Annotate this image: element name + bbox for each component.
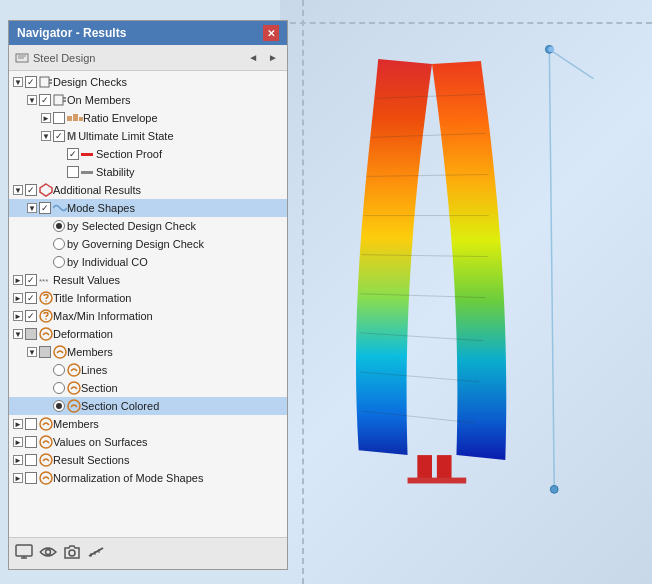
expand-members-top[interactable]: ►	[13, 419, 23, 429]
expand-result-values[interactable]: ►	[13, 275, 23, 285]
tree-item-result-values[interactable]: ► *** Result Values	[9, 271, 287, 289]
toolbar-label: Steel Design	[33, 52, 241, 64]
eye-icon[interactable]	[39, 543, 57, 564]
tree-item-members-top[interactable]: ► Members	[9, 415, 287, 433]
label-section-colored: Section Colored	[81, 400, 159, 412]
checkbox-section-proof[interactable]	[67, 148, 79, 160]
tree-item-ratio-envelope[interactable]: ► Ratio Envelope	[9, 109, 287, 127]
checkbox-on-members[interactable]	[39, 94, 51, 106]
section-colored-icon	[67, 399, 81, 413]
expand-values-on-surfaces[interactable]: ►	[13, 437, 23, 447]
tree-item-lines[interactable]: Lines	[9, 361, 287, 379]
checkbox-ratio-envelope[interactable]	[53, 112, 65, 124]
navigator-title: Navigator - Results	[17, 26, 126, 40]
label-on-members: On Members	[67, 94, 131, 106]
checkbox-ultimate-limit[interactable]	[53, 130, 65, 142]
expand-result-sections[interactable]: ►	[13, 455, 23, 465]
tree-item-result-sections[interactable]: ► Result Sections	[9, 451, 287, 469]
ruler-icon[interactable]	[87, 543, 105, 564]
tree-item-stability[interactable]: Stability	[9, 163, 287, 181]
tree-item-section-colored[interactable]: Section Colored	[9, 397, 287, 415]
tree-item-normalization[interactable]: ► Normalization of Mode Shapes	[9, 469, 287, 487]
checkbox-result-values[interactable]	[25, 274, 37, 286]
tree-item-by-selected[interactable]: by Selected Design Check	[9, 217, 287, 235]
navigator-toolbar: Steel Design ◄ ►	[9, 45, 287, 71]
tree-item-design-checks[interactable]: ▼ Design Checks	[9, 73, 287, 91]
expand-def-members[interactable]: ▼	[27, 347, 37, 357]
expand-normalization[interactable]: ►	[13, 473, 23, 483]
tree-item-values-on-surfaces[interactable]: ► Values on Surfaces	[9, 433, 287, 451]
checkbox-maxmin-info[interactable]	[25, 310, 37, 322]
tree-item-title-info[interactable]: ► Title Information	[9, 289, 287, 307]
radio-section-colored[interactable]	[53, 400, 65, 412]
expand-maxmin-info[interactable]: ►	[13, 311, 23, 321]
expand-on-members[interactable]: ▼	[27, 95, 37, 105]
label-by-individual: by Individual CO	[67, 256, 148, 268]
display-icon[interactable]	[15, 543, 33, 564]
tree-item-section[interactable]: Section	[9, 379, 287, 397]
toolbar-next[interactable]: ►	[265, 51, 281, 64]
checkbox-deformation[interactable]	[25, 328, 37, 340]
tree-item-by-governing[interactable]: by Governing Design Check	[9, 235, 287, 253]
svg-rect-15	[408, 478, 467, 484]
expand-mode-shapes[interactable]: ▼	[27, 203, 37, 213]
label-by-governing: by Governing Design Check	[67, 238, 204, 250]
checkbox-title-info[interactable]	[25, 292, 37, 304]
expand-ratio-envelope[interactable]: ►	[41, 113, 51, 123]
checkbox-values-on-surfaces[interactable]	[25, 436, 37, 448]
checkbox-design-checks[interactable]	[25, 76, 37, 88]
radio-by-selected[interactable]	[53, 220, 65, 232]
label-section-proof: Section Proof	[96, 148, 162, 160]
tree-item-maxmin-info[interactable]: ► Max/Min Information	[9, 307, 287, 325]
svg-point-40	[40, 418, 52, 430]
expand-ultimate-limit[interactable]: ▼	[41, 131, 51, 141]
camera-icon[interactable]	[63, 543, 81, 564]
expand-design-checks[interactable]: ▼	[13, 77, 23, 87]
checkbox-mode-shapes[interactable]	[39, 202, 51, 214]
beam-visualization	[300, 20, 652, 568]
svg-point-48	[69, 550, 75, 556]
expand-deformation[interactable]: ▼	[13, 329, 23, 339]
section-icon	[67, 381, 81, 395]
result-values-icon: ***	[39, 275, 53, 285]
checkbox-result-sections[interactable]	[25, 454, 37, 466]
uls-icon: M	[67, 130, 76, 142]
label-lines: Lines	[81, 364, 107, 376]
svg-rect-13	[417, 455, 432, 479]
svg-point-34	[45, 318, 47, 320]
checkbox-normalization[interactable]	[25, 472, 37, 484]
svg-point-16	[548, 46, 554, 52]
radio-by-governing[interactable]	[53, 238, 65, 250]
tree-item-additional-results[interactable]: ▼ Additional Results	[9, 181, 287, 199]
checkbox-stability[interactable]	[67, 166, 79, 178]
toolbar-prev[interactable]: ◄	[245, 51, 261, 64]
ratio-envelope-icon	[67, 113, 83, 123]
svg-point-3	[550, 485, 558, 493]
svg-point-47	[46, 550, 51, 555]
tree-item-by-individual[interactable]: by Individual CO	[9, 253, 287, 271]
close-button[interactable]: ✕	[263, 25, 279, 41]
expand-additional-results[interactable]: ▼	[13, 185, 23, 195]
tree-item-mode-shapes[interactable]: ▼ Mode Shapes	[9, 199, 287, 217]
checkbox-additional-results[interactable]	[25, 184, 37, 196]
expand-title-info[interactable]: ►	[13, 293, 23, 303]
radio-lines[interactable]	[53, 364, 65, 376]
label-result-values: Result Values	[53, 274, 120, 286]
svg-point-43	[40, 472, 52, 484]
design-checks-icon	[39, 75, 53, 89]
svg-rect-20	[40, 77, 49, 87]
lines-icon	[67, 363, 81, 377]
tree-item-section-proof[interactable]: Section Proof	[9, 145, 287, 163]
section-proof-line-icon	[81, 153, 93, 156]
tree-item-ultimate-limit[interactable]: ▼ M Ultimate Limit State	[9, 127, 287, 145]
mode-shapes-icon	[53, 203, 67, 213]
tree-item-def-members[interactable]: ▼ Members	[9, 343, 287, 361]
checkbox-def-members[interactable]	[39, 346, 51, 358]
tree-item-on-members[interactable]: ▼ On Members	[9, 91, 287, 109]
radio-section[interactable]	[53, 382, 65, 394]
svg-rect-44	[16, 545, 32, 556]
tree-item-deformation[interactable]: ▼ Deformation	[9, 325, 287, 343]
radio-by-individual[interactable]	[53, 256, 65, 268]
checkbox-members-top[interactable]	[25, 418, 37, 430]
svg-line-1	[549, 49, 554, 489]
